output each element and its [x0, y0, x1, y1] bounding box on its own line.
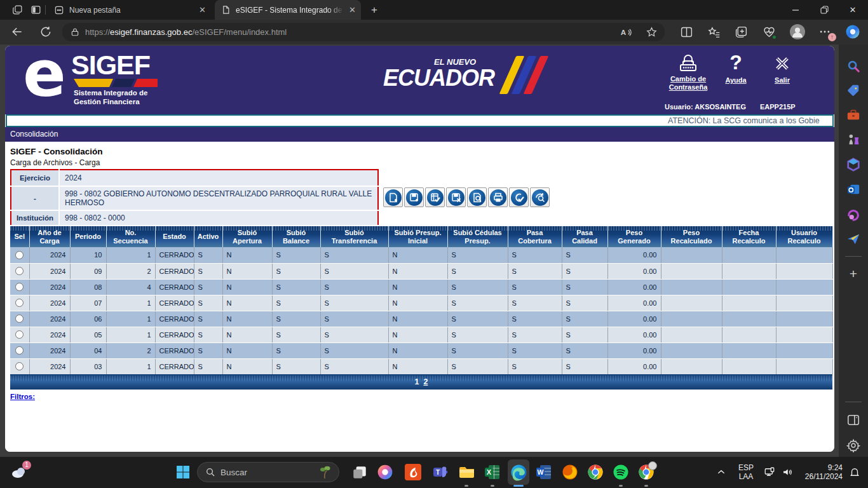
- back-icon[interactable]: [11, 25, 24, 38]
- table-row: 2024031CERRADOSNSSNSSS0.00: [10, 358, 832, 374]
- sidebar-drop-icon[interactable]: [846, 232, 860, 246]
- sidebar-shopping-icon[interactable]: [846, 84, 860, 98]
- save-upload-button[interactable]: [404, 187, 424, 207]
- table-cell: S: [508, 311, 562, 327]
- row-select-radio[interactable]: [15, 315, 24, 323]
- row-select-radio[interactable]: [15, 283, 24, 291]
- sidebar-search-icon[interactable]: [846, 59, 860, 73]
- help-button[interactable]: ? Ayuda: [720, 51, 752, 85]
- sidebar-toggle-icon[interactable]: [846, 413, 860, 427]
- table-cell: 2024: [29, 311, 70, 327]
- row-select-radio[interactable]: [15, 330, 24, 339]
- table-cell: N: [222, 311, 272, 327]
- nuevo-ecuador-logo: EL NUEVO ECUADOR: [383, 55, 548, 105]
- taskbar-search[interactable]: Buscar: [197, 462, 339, 482]
- table-cell: S: [272, 327, 320, 342]
- file-explorer-icon[interactable]: [458, 464, 475, 480]
- table-cell: 1: [106, 247, 155, 263]
- url-bar[interactable]: https://esigef.finanzas.gob.ec/eSIGEF/me…: [62, 23, 665, 41]
- more-menu-icon[interactable]: ↑: [818, 25, 832, 38]
- row-select-radio[interactable]: [15, 346, 24, 355]
- column-header: Año de Carga: [29, 226, 70, 247]
- task-view-icon[interactable]: [351, 464, 368, 480]
- window-close-button[interactable]: ✕: [839, 0, 867, 20]
- table-cell: 09: [70, 263, 106, 279]
- split-screen-icon[interactable]: [680, 25, 693, 39]
- tab-nueva-pestana[interactable]: Nueva pestaña ✕: [48, 0, 211, 20]
- pagination-next-link[interactable]: 2: [424, 377, 428, 386]
- chrome-profile-icon[interactable]: [638, 464, 654, 480]
- module-tab-consolidacion[interactable]: Consolidación: [5, 127, 834, 142]
- copilot-icon[interactable]: [845, 24, 860, 39]
- delete-record-button[interactable]: [446, 187, 466, 207]
- window-restore-button[interactable]: [810, 0, 838, 20]
- favorite-star-icon[interactable]: [646, 26, 658, 38]
- table-cell: S: [272, 358, 320, 374]
- favorites-list-icon[interactable]: [707, 25, 721, 39]
- sidebar-m365-icon[interactable]: [846, 158, 860, 172]
- widgets-weather-icon[interactable]: 1: [10, 463, 29, 482]
- table-cell: S: [320, 358, 388, 374]
- validate-form-button[interactable]: [425, 187, 445, 207]
- firefox-icon[interactable]: [562, 464, 578, 480]
- nitro-pdf-icon[interactable]: [405, 464, 421, 480]
- table-cell: S: [194, 327, 222, 342]
- start-button[interactable]: [175, 464, 191, 480]
- window-minimize-button[interactable]: [782, 0, 810, 20]
- row-select-radio[interactable]: [15, 251, 24, 259]
- taskbar-copilot-icon[interactable]: [377, 464, 393, 480]
- approve-quality-button[interactable]: [509, 187, 529, 207]
- preview-document-button[interactable]: [467, 187, 487, 207]
- tab-actions-icon[interactable]: [31, 4, 41, 15]
- table-cell: CERRADO: [155, 279, 194, 295]
- table-cell: 10: [70, 247, 106, 263]
- filters-link[interactable]: Filtros:: [10, 393, 35, 400]
- edge-taskbar-active-highlight[interactable]: [508, 459, 529, 485]
- sidebar-add-icon[interactable]: +: [846, 267, 860, 281]
- create-record-button[interactable]: [383, 187, 403, 207]
- sidebar-outlook-icon[interactable]: [846, 182, 860, 196]
- form-value-entidad: 998 - 0802 GOBIERNO AUTONOMO DESCENTRALI…: [59, 186, 378, 210]
- tab-esigef[interactable]: eSIGEF - Sistema Integrado de G ✕: [215, 0, 361, 20]
- svg-text:T: T: [436, 469, 440, 476]
- row-select-radio[interactable]: [15, 267, 24, 275]
- table-cell: CERRADO: [155, 358, 194, 374]
- table-cell: S: [272, 247, 320, 263]
- table-cell: [661, 327, 722, 342]
- exit-button[interactable]: Salir: [766, 51, 798, 85]
- collections-icon[interactable]: [735, 25, 748, 39]
- notification-bell-icon[interactable]: [849, 466, 860, 478]
- refresh-icon[interactable]: [39, 25, 52, 38]
- sidebar-games-icon[interactable]: [846, 133, 860, 147]
- esigef-logo-bars: [74, 79, 158, 87]
- sidebar-settings-icon[interactable]: [846, 438, 860, 452]
- table-cell: S: [447, 279, 508, 295]
- tray-language[interactable]: ESPLAA: [738, 463, 754, 481]
- change-password-button[interactable]: Cambio deContraseña: [666, 52, 710, 92]
- sidebar-gaming-icon[interactable]: [846, 207, 860, 221]
- browser-essentials-icon[interactable]: [763, 25, 776, 39]
- tab-close-icon[interactable]: ✕: [349, 5, 356, 15]
- workspaces-icon[interactable]: [12, 4, 23, 15]
- tray-chevron-icon[interactable]: [717, 468, 726, 477]
- tray-clock[interactable]: 9:2426/11/2024: [805, 463, 843, 481]
- tab-close-icon[interactable]: ✕: [199, 5, 206, 15]
- sidebar-tools-icon[interactable]: [846, 108, 860, 122]
- teams-icon[interactable]: T: [432, 464, 449, 480]
- read-aloud-icon[interactable]: A: [620, 26, 632, 39]
- chrome-icon[interactable]: [587, 464, 604, 480]
- table-cell: S: [447, 358, 508, 374]
- table-cell: 07: [70, 295, 106, 311]
- profile-avatar[interactable]: [790, 24, 805, 39]
- table-cell: 4: [106, 279, 155, 295]
- print-button[interactable]: [488, 187, 508, 207]
- row-select-radio[interactable]: [15, 299, 24, 307]
- new-tab-button[interactable]: +: [367, 3, 381, 17]
- network-icon[interactable]: [764, 466, 775, 478]
- spotify-icon[interactable]: [613, 464, 629, 480]
- row-select-radio[interactable]: [15, 362, 24, 370]
- volume-icon[interactable]: [782, 466, 793, 478]
- word-icon[interactable]: W: [536, 464, 552, 480]
- excel-icon[interactable]: X: [484, 464, 501, 480]
- search-records-button[interactable]: [530, 187, 550, 207]
